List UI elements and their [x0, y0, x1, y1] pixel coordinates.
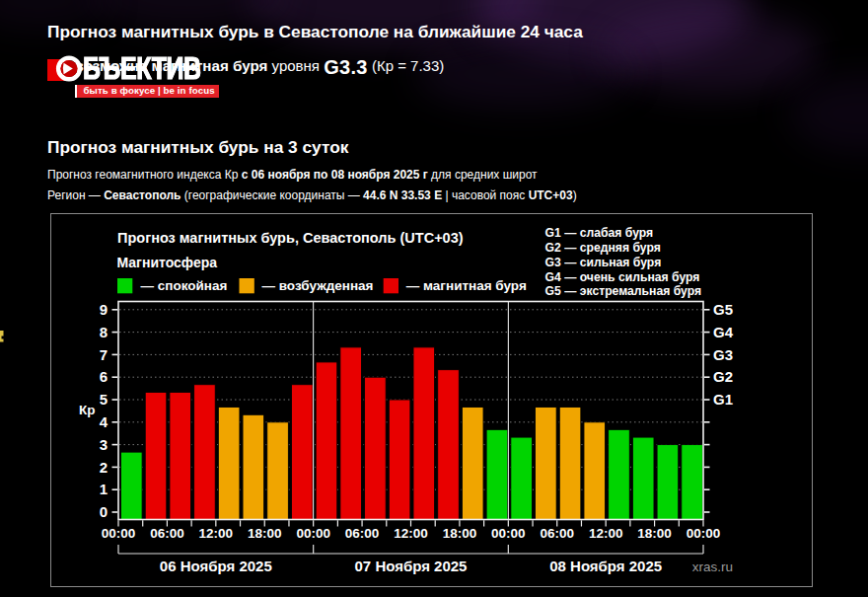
- svg-text:Магнитосфера: Магнитосфера: [117, 255, 218, 270]
- svg-text:Кр: Кр: [79, 403, 96, 417]
- svg-text:3: 3: [100, 436, 108, 453]
- svg-text:06:00: 06:00: [345, 526, 380, 541]
- svg-text:00:00: 00:00: [102, 526, 136, 541]
- svg-text:— возбужденная: — возбужденная: [262, 278, 374, 293]
- svg-text:7: 7: [100, 346, 108, 363]
- svg-text:6: 6: [100, 368, 108, 385]
- svg-text:G5: G5: [713, 301, 733, 318]
- svg-text:G2: G2: [713, 368, 733, 385]
- svg-text:06 Ноября 2025: 06 Ноября 2025: [160, 558, 272, 574]
- svg-text:00:00: 00:00: [296, 526, 330, 541]
- svg-text:G4: G4: [713, 324, 734, 340]
- svg-text:G2 — средняя буря: G2 — средняя буря: [545, 241, 661, 255]
- svg-text:4: 4: [100, 413, 108, 430]
- svg-text:— спокойная: — спокойная: [141, 278, 228, 293]
- svg-text:G5 — экстремальная буря: G5 — экстремальная буря: [545, 284, 702, 298]
- svg-text:06:00: 06:00: [150, 526, 184, 541]
- svg-text:G4 — очень сильная буря: G4 — очень сильная буря: [545, 270, 700, 284]
- svg-text:G1: G1: [713, 391, 733, 408]
- svg-text:5: 5: [100, 391, 108, 408]
- svg-text:08 Ноября 2025: 08 Ноября 2025: [549, 558, 662, 574]
- svg-text:Прогноз магнитных бурь, Севаст: Прогноз магнитных бурь, Севастополь (UTC…: [117, 230, 464, 246]
- svg-text:00:00: 00:00: [491, 526, 526, 541]
- svg-text:G3: G3: [713, 346, 733, 363]
- svg-text:2: 2: [100, 459, 108, 476]
- svg-text:— магнитная буря: — магнитная буря: [406, 278, 527, 293]
- svg-text:12:00: 12:00: [394, 526, 428, 541]
- svg-text:G3 — сильная буря: G3 — сильная буря: [545, 256, 662, 269]
- svg-text:18:00: 18:00: [637, 526, 672, 541]
- svg-text:12:00: 12:00: [199, 526, 234, 541]
- svg-text:18:00: 18:00: [248, 526, 282, 541]
- svg-text:06:00: 06:00: [540, 526, 574, 541]
- svg-text:G1 — слабая буря: G1 — слабая буря: [545, 226, 654, 240]
- svg-text:18:00: 18:00: [443, 526, 477, 541]
- svg-text:12:00: 12:00: [589, 526, 623, 541]
- svg-text:0: 0: [100, 503, 108, 520]
- svg-text:8: 8: [100, 324, 108, 340]
- svg-text:1: 1: [100, 481, 108, 497]
- svg-text:07 Ноября 2025: 07 Ноября 2025: [355, 558, 468, 574]
- svg-text:9: 9: [100, 301, 108, 318]
- svg-text:00:00: 00:00: [687, 526, 721, 541]
- svg-text:xras.ru: xras.ru: [692, 560, 733, 574]
